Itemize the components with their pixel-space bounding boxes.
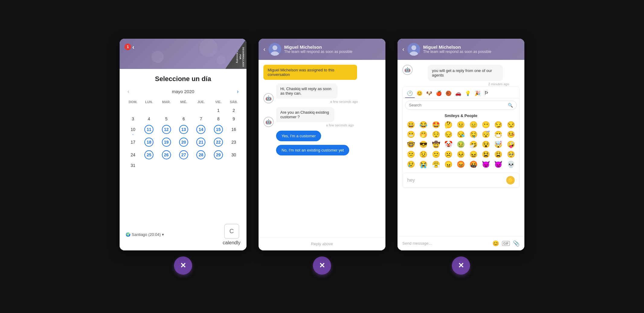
emoji[interactable]: 😕 xyxy=(405,150,417,159)
cal-day-15[interactable]: 15 xyxy=(210,123,227,136)
emoji[interactable]: 🤬 xyxy=(468,160,479,169)
emoji[interactable]: 😡 xyxy=(455,160,467,169)
emoji[interactable]: 😖 xyxy=(468,150,479,159)
message-time: a few seconds ago xyxy=(276,100,358,103)
emoji[interactable]: 😷 xyxy=(492,130,504,139)
close-button-3[interactable]: ✕ xyxy=(452,256,470,275)
emoji-tab-travel[interactable]: 🚗 xyxy=(453,89,463,98)
emoji[interactable]: 😩 xyxy=(492,150,504,159)
emoji[interactable]: 😌 xyxy=(430,130,442,139)
calendar-footer: 🌍 Santiago (20:04) ▾ C calendly xyxy=(120,220,246,250)
prev-month-button[interactable]: ‹ xyxy=(126,88,131,95)
cal-day-14[interactable]: 14 xyxy=(192,123,210,136)
cal-day-25[interactable]: 25 xyxy=(140,148,158,161)
timezone-selector[interactable]: 🌍 Santiago (20:04) ▾ xyxy=(126,232,164,237)
emoji[interactable]: 🤯 xyxy=(492,140,504,149)
emoji[interactable]: 🤠 xyxy=(430,140,442,149)
attach-icon[interactable]: 📎 xyxy=(513,240,520,247)
emoji[interactable]: 🤔 xyxy=(443,120,454,130)
cal-day-21[interactable]: 21 xyxy=(192,136,210,148)
cal-day-11[interactable]: 11 xyxy=(140,123,158,136)
emoji[interactable]: 😶 xyxy=(480,120,492,130)
cal-day-13[interactable]: 13 xyxy=(175,123,192,136)
emoji[interactable]: 🤩 xyxy=(430,120,442,130)
footer-icons: 😊 GIF 📎 xyxy=(492,240,520,247)
gif-button[interactable]: GIF xyxy=(502,241,510,246)
emoji[interactable]: 😈 xyxy=(480,160,492,169)
emoji[interactable]: 😎 xyxy=(417,140,429,149)
emoji[interactable]: 👿 xyxy=(492,160,504,169)
emoji[interactable]: 😠 xyxy=(443,160,454,169)
emoji[interactable]: 😒 xyxy=(505,120,517,130)
emoji[interactable]: 😟 xyxy=(417,150,429,159)
emoji[interactable]: 😂 xyxy=(417,120,429,130)
emoji[interactable]: 😭 xyxy=(417,160,429,169)
emoji-back-button[interactable]: ‹ xyxy=(402,46,404,53)
cal-day-18[interactable]: 18 xyxy=(140,136,158,148)
emoji-tab-recent[interactable]: 🕐 xyxy=(405,89,415,98)
emoji[interactable]: ☹️ xyxy=(443,150,454,159)
svg-point-1 xyxy=(272,45,277,50)
emoji[interactable]: 😬 xyxy=(405,130,417,139)
emoji[interactable]: 😫 xyxy=(480,150,492,159)
emoji-tab-animals[interactable]: 🐶 xyxy=(424,89,434,98)
calendly-logo-text: calendly xyxy=(223,240,240,246)
cal-day-29[interactable]: 29 xyxy=(210,148,227,161)
chat-back-button[interactable]: ‹ xyxy=(263,46,266,53)
emoji-tab-food[interactable]: 🍎 xyxy=(434,89,444,98)
cal-day xyxy=(126,106,140,115)
cal-day-19[interactable]: 19 xyxy=(158,136,175,148)
emoji[interactable]: 🤒 xyxy=(505,130,517,139)
close-button-2[interactable]: ✕ xyxy=(313,256,331,275)
emoji-search-input[interactable] xyxy=(409,103,506,107)
calendar-row: 31 xyxy=(126,161,240,170)
emoji-tab-flags[interactable]: 🏳 xyxy=(482,89,491,98)
emoji[interactable]: 😢 xyxy=(405,160,417,169)
calendar-row: 24 25 26 27 28 29 30 xyxy=(126,148,240,161)
cal-day-22[interactable]: 22 xyxy=(210,136,227,148)
emoji[interactable]: 🤢 xyxy=(455,140,467,149)
emoji[interactable]: 🤭 xyxy=(417,130,429,139)
emoji[interactable]: 😴 xyxy=(480,130,492,139)
cal-day-26[interactable]: 26 xyxy=(158,148,175,161)
emoji[interactable]: 🤧 xyxy=(468,140,479,149)
close-button-1[interactable]: ✕ xyxy=(174,256,192,275)
emoji[interactable]: 😔 xyxy=(443,130,454,139)
emoji[interactable]: 🙁 xyxy=(430,150,442,159)
option-button-1[interactable]: Yes, I'm a customer xyxy=(276,131,321,141)
emoji[interactable]: 😑 xyxy=(468,120,479,130)
emoji[interactable]: 😣 xyxy=(455,150,467,159)
phone-footer: Send message... 😊 GIF 📎 xyxy=(398,236,524,250)
emoji-tab-symbols[interactable]: 🎉 xyxy=(473,89,482,98)
emoji-tab-objects[interactable]: 💡 xyxy=(463,89,473,98)
emoji[interactable]: 💀 xyxy=(505,160,517,169)
emoji[interactable]: 😤 xyxy=(430,160,442,169)
emoji[interactable]: 🥺 xyxy=(505,150,517,159)
emoji-footer-icon[interactable]: 😊 xyxy=(492,240,499,247)
cal-day-28[interactable]: 28 xyxy=(192,148,210,161)
emoji[interactable]: 😪 xyxy=(455,130,467,139)
cal-day-20[interactable]: 20 xyxy=(175,136,192,148)
emoji[interactable]: 😐 xyxy=(455,120,467,130)
emoji[interactable]: 🤡 xyxy=(443,140,454,149)
emoji[interactable]: 🤤 xyxy=(468,130,479,139)
calendar-row: 10 11 12 13 14 15 16 xyxy=(126,123,240,136)
emoji[interactable]: 😀 xyxy=(405,120,417,130)
emoji-tab-smileys[interactable]: 😊 xyxy=(415,89,424,98)
cal-day xyxy=(175,161,192,170)
option-button-2[interactable]: No, I'm not an existing customer yet xyxy=(276,145,349,155)
agent-bot-avatar: 🤖 xyxy=(402,65,413,75)
agent-message-row: 🤖 you will get a reply from one of our a… xyxy=(402,65,520,86)
emoji[interactable]: 🤓 xyxy=(405,140,417,149)
cal-day xyxy=(140,106,158,115)
typing-area[interactable]: hey 🟡 xyxy=(403,173,519,188)
emoji[interactable]: 🤪 xyxy=(505,140,517,149)
emoji-tab-sports[interactable]: 🏀 xyxy=(444,89,453,98)
emoji[interactable]: 😵 xyxy=(480,140,492,149)
back-button[interactable]: ‹ xyxy=(132,44,134,51)
cal-day-27[interactable]: 27 xyxy=(175,148,192,161)
emoji[interactable]: 😏 xyxy=(492,120,504,130)
send-dot[interactable]: 🟡 xyxy=(506,176,515,184)
cal-day-12[interactable]: 12 xyxy=(158,123,175,136)
next-month-button[interactable]: › xyxy=(235,88,240,95)
